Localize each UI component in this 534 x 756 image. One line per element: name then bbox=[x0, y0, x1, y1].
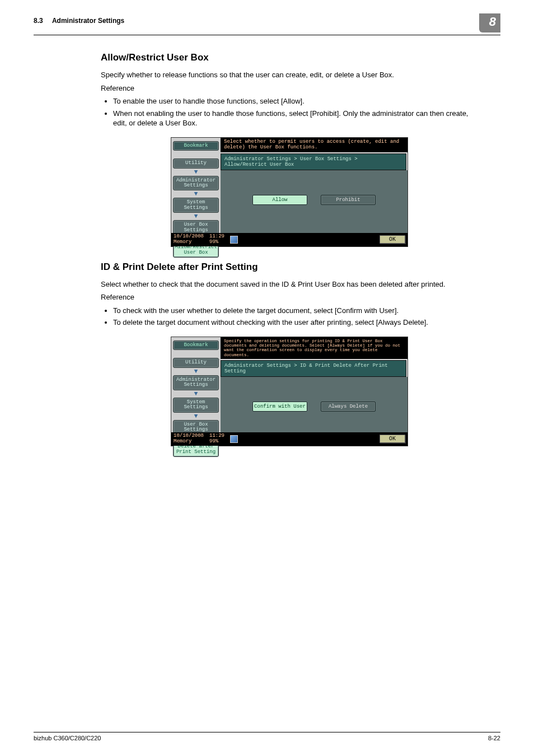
mfp-screenshot-1: Bookmark Utility ▼ Administrator Setting… bbox=[171, 137, 408, 247]
status-icon bbox=[230, 435, 238, 443]
status-memory-label: Memory bbox=[174, 439, 204, 444]
list-item: When not enabling the user to handle tho… bbox=[113, 109, 478, 128]
chevron-down-icon: ▼ bbox=[194, 413, 198, 419]
status-memory-value: 99% bbox=[209, 240, 224, 245]
status-bar: 10/10/2008 Memory 11:29 99% OK bbox=[171, 233, 407, 246]
breadcrumb: Administrator Settings > User Box Settin… bbox=[221, 153, 406, 170]
main-panel: Allow Prohibit bbox=[221, 170, 407, 233]
help-text: Specify the operation settings for print… bbox=[221, 337, 407, 359]
footer-page: 8-22 bbox=[488, 735, 500, 741]
sidebar-item-admin[interactable]: Administrator Settings bbox=[173, 176, 219, 191]
reference-list: To check with the user whether to delete… bbox=[101, 306, 478, 328]
sidebar-item-admin[interactable]: Administrator Settings bbox=[173, 375, 219, 390]
sidebar-item-utility[interactable]: Utility bbox=[173, 158, 219, 168]
section-title: Administrator Settings bbox=[52, 17, 124, 25]
chapter-number-tab: 8 bbox=[479, 13, 500, 32]
prohibit-button[interactable]: Prohibit bbox=[321, 195, 376, 205]
sidebar-item-system[interactable]: System Settings bbox=[173, 398, 219, 413]
status-memory-value: 99% bbox=[209, 439, 224, 444]
intro-text: Specify whether to release functions so … bbox=[101, 70, 478, 80]
sidebar: Bookmark Utility ▼ Administrator Setting… bbox=[171, 138, 221, 233]
status-icon bbox=[230, 236, 238, 244]
status-memory-label: Memory bbox=[174, 240, 204, 245]
page-header: 8.3 Administrator Settings 8 bbox=[34, 17, 500, 35]
mfp-screenshot-2: Bookmark Utility ▼ Administrator Setting… bbox=[171, 337, 408, 446]
page-footer: bizhub C360/C280/C220 8-22 bbox=[34, 732, 500, 741]
section-number: 8.3 bbox=[34, 17, 43, 25]
heading-id-print-delete: ID & Print Delete after Print Setting bbox=[101, 262, 478, 273]
sidebar: Bookmark Utility ▼ Administrator Setting… bbox=[171, 337, 221, 432]
chevron-down-icon: ▼ bbox=[194, 213, 198, 220]
status-bar: 10/10/2008 Memory 11:29 99% OK bbox=[171, 432, 407, 446]
intro-text: Select whether to check that the documen… bbox=[101, 279, 478, 290]
bookmark-button[interactable]: Bookmark bbox=[173, 141, 219, 151]
reference-list: To enable the user to handle those funct… bbox=[101, 96, 478, 128]
list-item: To enable the user to handle those funct… bbox=[113, 96, 478, 106]
help-text: Select whether to permit users to access… bbox=[221, 138, 407, 152]
sidebar-item-utility[interactable]: Utility bbox=[173, 358, 219, 367]
allow-button[interactable]: Allow bbox=[252, 195, 307, 205]
heading-allow-restrict: Allow/Restrict User Box bbox=[101, 52, 478, 63]
sidebar-item-system[interactable]: System Settings bbox=[173, 198, 219, 213]
list-item: To check with the user whether to delete… bbox=[113, 306, 478, 316]
ok-button[interactable]: OK bbox=[380, 235, 405, 244]
chevron-down-icon: ▼ bbox=[194, 191, 198, 197]
chevron-down-icon: ▼ bbox=[194, 391, 198, 397]
footer-model: bizhub C360/C280/C220 bbox=[34, 735, 101, 741]
confirm-with-user-button[interactable]: Confirm with User bbox=[252, 402, 307, 412]
reference-label: Reference bbox=[101, 83, 478, 94]
breadcrumb: Administrator Settings > ID & Print Dele… bbox=[221, 360, 406, 377]
list-item: To delete the target document without ch… bbox=[113, 318, 478, 328]
bookmark-button[interactable]: Bookmark bbox=[173, 340, 219, 350]
reference-label: Reference bbox=[101, 292, 478, 302]
chevron-down-icon: ▼ bbox=[194, 368, 198, 375]
chevron-down-icon: ▼ bbox=[194, 169, 198, 175]
always-delete-button[interactable]: Always Delete bbox=[321, 402, 376, 412]
main-panel: Confirm with User Always Delete bbox=[221, 377, 407, 432]
ok-button[interactable]: OK bbox=[380, 435, 405, 443]
